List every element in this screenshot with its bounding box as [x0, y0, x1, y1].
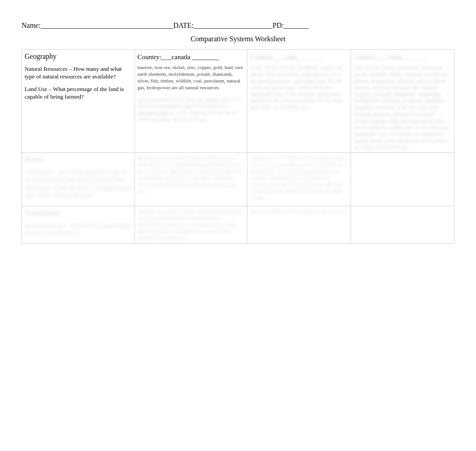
cell-people-country-c — [351, 153, 454, 206]
country-b-blurred: cobalt, nickel, iron ore, chromium, copp… — [250, 64, 348, 111]
land-use-q: Land Use – What percentage of the land i… — [25, 85, 132, 101]
pd-label: PD: — [273, 22, 284, 29]
people-questions-blurred: Labor Force – How many people are able t… — [25, 168, 132, 199]
government-b-blurred: The Government Is A Communist State In C… — [250, 208, 348, 215]
geography-heading: Geography — [25, 52, 132, 61]
cell-government-label: Government Government type – What kind o… — [22, 206, 135, 244]
cell-people-country-b: Labor force 4.515 million 2021 est.) not… — [247, 153, 351, 206]
pd-blank: _______ — [284, 22, 309, 29]
government-questions-blurred: Government type – What kind of governmen… — [25, 221, 132, 237]
country-b-header: Country:___cuba________ — [250, 52, 348, 64]
cell-government-country-a: Canada's type of government - Federal pa… — [134, 206, 247, 244]
table-row-government: Government Government type – What kind o… — [22, 206, 454, 244]
people-heading: People — [25, 155, 132, 165]
country-a-landuse-blurred: agricultural land: 6.8% (2018 est.) arab… — [138, 96, 245, 123]
country-a-label: Country:___canada ________ — [138, 53, 219, 61]
people-b-blurred: Labor force 4.515 million 2021 est.) not… — [250, 155, 348, 201]
country-a-header: Country:___canada ________ — [138, 52, 245, 64]
date-blank: ______________________ — [194, 22, 273, 29]
people-a-blurred: the labor force faces 20.8 million 2021 … — [138, 155, 245, 195]
cell-people-label: People Labor Force – How many people are… — [22, 153, 135, 206]
cell-people-country-a: the labor force faces 20.8 million 2021 … — [134, 153, 247, 206]
land-use-label: Land Use — [25, 86, 47, 92]
table-row-geography: Geography Natural Resources – How many a… — [22, 50, 454, 153]
natural-resources-label: Natural Resources — [25, 65, 68, 72]
table-row-people: People Labor Force – How many people are… — [22, 153, 454, 206]
country-c-blurred: coal, iron ore, helium, petroleum, natur… — [354, 64, 451, 151]
cell-geography-label: Geography Natural Resources – How many a… — [22, 50, 135, 153]
cell-government-country-b: The Government Is A Communist State In C… — [247, 206, 351, 244]
page-title: Comparative Systems Worksheet — [22, 35, 454, 43]
name-blank: _____________________________________ — [41, 22, 173, 29]
cell-geography-country-a: Country:___canada ________ bauxite, iron… — [134, 50, 247, 153]
worksheet-table: Geography Natural Resources – How many a… — [22, 49, 454, 244]
date-label: DATE: — [173, 22, 194, 29]
name-label: Name: — [22, 22, 41, 29]
natural-resources-q: Natural Resources – How many and what ty… — [25, 65, 132, 81]
cell-government-country-c — [351, 206, 454, 244]
country-c-header: Country:___china________ — [354, 52, 451, 64]
cell-geography-country-c: Country:___china________ coal, iron ore,… — [351, 50, 454, 153]
country-a-resources-answer: bauxite, iron ore, nickel, zinc, copper,… — [138, 64, 245, 91]
government-heading: Government — [25, 208, 132, 218]
cell-geography-country-b: Country:___cuba________ cobalt, nickel, … — [247, 50, 351, 153]
government-a-blurred: Canada's type of government - Federal pa… — [138, 208, 245, 241]
header-line: Name:___________________________________… — [22, 22, 454, 30]
